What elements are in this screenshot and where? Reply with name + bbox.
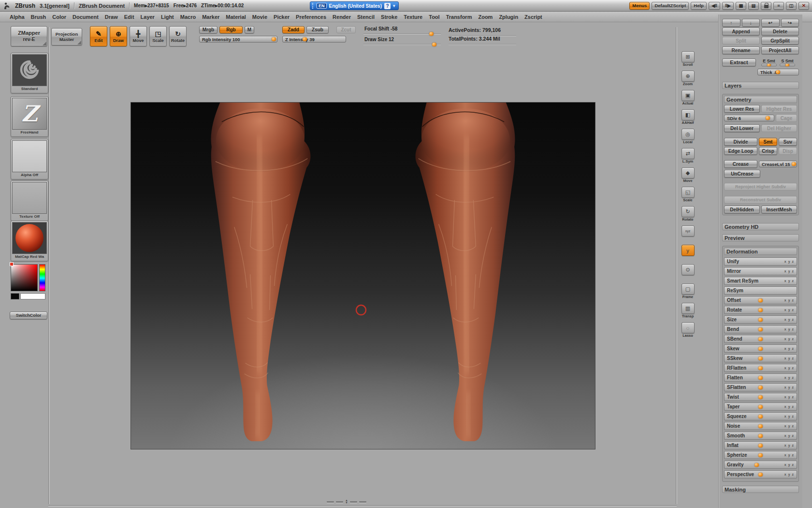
axis-toggles[interactable]: x y z (784, 424, 794, 428)
menu-transform[interactable]: Transform (446, 14, 472, 20)
mrgb-button[interactable]: Mrgb (199, 26, 218, 33)
s-smt-toggle[interactable]: S Smt (780, 59, 795, 66)
slider-marker[interactable] (758, 405, 763, 409)
axis-toggles[interactable]: x y z (784, 337, 794, 341)
axis-toggles[interactable]: x y z (784, 415, 794, 418)
suv-toggle[interactable]: Suv (779, 138, 797, 146)
slider-marker[interactable] (758, 328, 763, 331)
grip-icon[interactable] (312, 3, 314, 9)
palette-rows-icon[interactable]: ▤ (748, 2, 759, 10)
dock-left-button[interactable]: ◀‖ (709, 2, 720, 10)
menu-lines-icon[interactable]: ≡ (773, 2, 784, 10)
deformation-skew[interactable]: Skewx y z (724, 344, 797, 353)
deformation-taper[interactable]: Taperx y z (724, 403, 797, 411)
menu-edit[interactable]: Edit (124, 14, 134, 20)
m-button[interactable]: M (245, 26, 254, 33)
axis-toggles[interactable]: x y z (784, 366, 794, 370)
help-button[interactable]: Help (691, 2, 707, 10)
menu-stencil[interactable]: Stencil (357, 14, 375, 20)
menu-light[interactable]: Light (161, 14, 174, 20)
menu-draw[interactable]: Draw (105, 14, 118, 20)
left-tray-divider[interactable] (48, 27, 49, 504)
deformation-size[interactable]: Sizex y z (724, 315, 797, 324)
language-badge[interactable]: EN (317, 3, 327, 9)
axis-toggles[interactable]: x y z (784, 434, 794, 437)
alpha-selector[interactable]: Alpha Off (11, 139, 48, 179)
zsub-button[interactable]: Zsub (306, 26, 329, 33)
menu-render[interactable]: Render (333, 14, 351, 20)
projection-master-button[interactable]: Projection Master (51, 28, 82, 45)
draw-mode-button[interactable]: ⊕ Draw (110, 26, 127, 46)
axis-toggles[interactable]: x y z (784, 376, 794, 379)
menu-alpha[interactable]: Alpha (10, 14, 25, 20)
append-button[interactable]: Append (722, 28, 760, 35)
menu-zoom[interactable]: Zoom (478, 14, 493, 20)
deformation-smart-resym[interactable]: Smart ReSymx y z (724, 277, 797, 285)
close-icon[interactable]: ✕ (798, 2, 809, 10)
focal-shift-slider[interactable]: Focal Shift -58 (363, 26, 441, 34)
deformation-inflat[interactable]: Inflatx y z (724, 441, 797, 449)
shelf-rotate[interactable]: ↻Rotate (682, 206, 695, 223)
rotate-mode-button[interactable]: ↻ Rotate (169, 26, 187, 46)
scrollbar-dash[interactable] (336, 501, 343, 503)
slider-marker[interactable] (758, 395, 763, 399)
language-help-icon[interactable]: ? (384, 3, 391, 9)
geometry-header[interactable]: Geometry (724, 96, 797, 103)
crease-button[interactable]: Crease (724, 160, 757, 168)
rgb-intensity-slider[interactable]: Rgb Intensity 100 (199, 36, 277, 43)
slider-marker[interactable] (758, 376, 763, 380)
menu-material[interactable]: Material (226, 14, 246, 20)
menu-stroke[interactable]: Stroke (381, 14, 397, 20)
deformation-unify[interactable]: Unifyx y z (724, 257, 797, 266)
rgb-button[interactable]: Rgb (219, 26, 243, 33)
saturation-value-square[interactable] (11, 264, 38, 291)
deformation-gravity[interactable]: Gravityx y z (724, 461, 797, 469)
projectall-button[interactable]: ProjectAll (761, 46, 799, 54)
geometry-hd-header[interactable]: Geometry HD (722, 223, 799, 230)
slider-marker[interactable] (766, 116, 770, 120)
slider-marker[interactable] (758, 415, 763, 418)
main-color-swatch[interactable] (20, 293, 45, 299)
menu-texture[interactable]: Texture (404, 14, 422, 20)
slider-marker[interactable] (758, 444, 763, 448)
axis-toggles[interactable]: x y z (784, 260, 794, 263)
shelf-y-axis[interactable]: y (682, 245, 695, 261)
slider-marker[interactable] (758, 308, 763, 312)
deformation-sbend[interactable]: SBendx y z (724, 335, 797, 343)
slider-marker[interactable] (754, 463, 759, 467)
slider-marker[interactable] (429, 32, 434, 36)
z-intensity-slider[interactable]: Z Intensity 39 (282, 36, 346, 43)
menu-picker[interactable]: Picker (274, 14, 290, 20)
divide-button[interactable]: Divide (724, 138, 757, 146)
delete-button[interactable]: Delete (761, 28, 799, 35)
palette-grid-icon[interactable]: ▦ (736, 2, 746, 10)
undo-arrow-button[interactable]: ↩ (761, 19, 780, 27)
masking-header[interactable]: Masking (722, 486, 799, 493)
brush-standard[interactable]: Standard (11, 53, 48, 93)
edge-loop-button[interactable]: Edge Loop (724, 147, 757, 155)
shelf-actual[interactable]: ▣Actual (682, 90, 695, 106)
edit-mode-button[interactable]: ✎ Edit (90, 26, 107, 46)
deformation-mirror[interactable]: Mirrorx y z (724, 267, 797, 275)
canvas-document[interactable] (130, 102, 595, 449)
canvas-h-scrollbar[interactable]: ▲ ▼ (327, 499, 366, 504)
scrollbar-arrows[interactable]: ▲ ▼ (345, 499, 348, 504)
menu-color[interactable]: Color (52, 14, 66, 20)
crisp-toggle[interactable]: Crisp (759, 147, 777, 155)
deformation-rflatten[interactable]: RFlattenx y z (724, 364, 797, 372)
deformation-resym[interactable]: ReSym (724, 286, 797, 295)
axis-toggles[interactable]: x y z (784, 357, 794, 360)
slider-marker[interactable] (758, 347, 763, 351)
shelf-aahalf[interactable]: ◧AAHalf (682, 109, 695, 126)
dock-right-button[interactable]: ‖▶ (722, 2, 734, 10)
grpsplit-button[interactable]: GrpSplit (761, 37, 799, 45)
extract-button[interactable]: Extract (722, 59, 756, 66)
slider-marker[interactable] (758, 337, 763, 341)
brush-freehand[interactable]: Z FreeHand (11, 96, 48, 137)
higher-res-button[interactable]: Higher Res (761, 105, 797, 113)
axis-toggles[interactable]: x y z (784, 328, 794, 331)
shelf-lsym[interactable]: ⇄L.Sym (682, 148, 695, 164)
arrow-up-button[interactable]: ↑ (722, 19, 740, 27)
menu-layer[interactable]: Layer (141, 14, 155, 20)
deformation-offset[interactable]: Offsetx y z (724, 296, 797, 304)
